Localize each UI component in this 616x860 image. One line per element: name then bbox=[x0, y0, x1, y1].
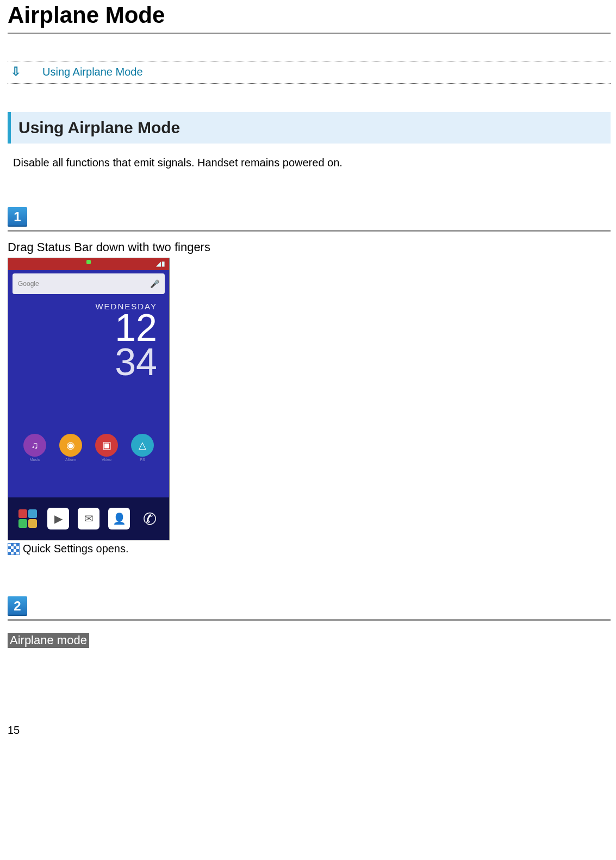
page-title: Airplane Mode bbox=[8, 2, 611, 28]
step-divider bbox=[8, 619, 611, 621]
dock-contact-icon: 👤 bbox=[108, 508, 130, 529]
dock-phone-icon: ✆ bbox=[139, 508, 160, 529]
app-ps: △ PS bbox=[131, 434, 154, 462]
step-1-title: Drag Status Bar down with two fingers bbox=[8, 240, 611, 254]
dock-mail-icon: ✉ bbox=[78, 508, 99, 529]
app-music: ♫ Music bbox=[23, 434, 46, 462]
phone-dock: ▶ ✉ 👤 ✆ bbox=[8, 497, 169, 540]
toc-link-using-airplane-mode[interactable]: Using Airplane Mode bbox=[42, 66, 143, 78]
step-number-badge: 2 bbox=[8, 596, 27, 616]
dock-apps-icon bbox=[17, 508, 39, 529]
app-music-label: Music bbox=[30, 458, 40, 462]
signal-battery-icon: ◢ ▮ bbox=[156, 260, 165, 267]
page-number: 15 bbox=[8, 724, 611, 737]
app-ps-label: PS bbox=[140, 458, 145, 462]
phone-app-row: ♫ Music ◉ Album ▣ Video △ PS bbox=[8, 434, 169, 462]
step-number-badge: 1 bbox=[8, 207, 27, 227]
result-bullet-icon bbox=[8, 543, 20, 555]
ps-icon: △ bbox=[131, 434, 154, 457]
step-divider bbox=[8, 230, 611, 232]
search-placeholder: Google bbox=[18, 280, 39, 288]
clock-minutes: 34 bbox=[115, 345, 157, 379]
phone-search-bar: Google 🎤 bbox=[13, 273, 165, 294]
phone-clock-widget: WEDNESDAY 12 34 bbox=[8, 297, 169, 379]
step-1-result-text: Quick Settings opens. bbox=[23, 543, 129, 555]
clock-hours: 12 bbox=[115, 311, 157, 345]
video-icon: ▣ bbox=[95, 434, 118, 457]
step-2: 2 Airplane mode bbox=[8, 596, 611, 648]
section-description: Disable all functions that emit signals.… bbox=[13, 157, 611, 169]
toc-row: ⇩ Using Airplane Mode bbox=[8, 61, 611, 84]
dock-play-icon: ▶ bbox=[47, 508, 69, 529]
app-video: ▣ Video bbox=[95, 434, 118, 462]
phone-status-bar: ◢ ▮ bbox=[8, 258, 169, 270]
title-divider bbox=[8, 33, 611, 34]
app-album-label: Album bbox=[65, 458, 76, 462]
airplane-mode-chip: Airplane mode bbox=[8, 633, 89, 648]
album-icon: ◉ bbox=[59, 434, 82, 457]
step-1-result: Quick Settings opens. bbox=[8, 543, 611, 555]
app-album: ◉ Album bbox=[59, 434, 82, 462]
down-arrow-icon: ⇩ bbox=[8, 65, 42, 79]
mic-icon: 🎤 bbox=[150, 279, 159, 288]
music-icon: ♫ bbox=[23, 434, 46, 457]
section-header: Using Airplane Mode bbox=[8, 112, 611, 144]
section-heading: Using Airplane Mode bbox=[18, 119, 180, 136]
app-video-label: Video bbox=[102, 458, 111, 462]
phone-screenshot: ◢ ▮ Google 🎤 WEDNESDAY 12 34 ♫ Music bbox=[8, 258, 170, 540]
clock-day-label: WEDNESDAY bbox=[8, 302, 157, 311]
step-1: 1 Drag Status Bar down with two fingers … bbox=[8, 207, 611, 555]
status-indicator-icon bbox=[86, 260, 91, 264]
